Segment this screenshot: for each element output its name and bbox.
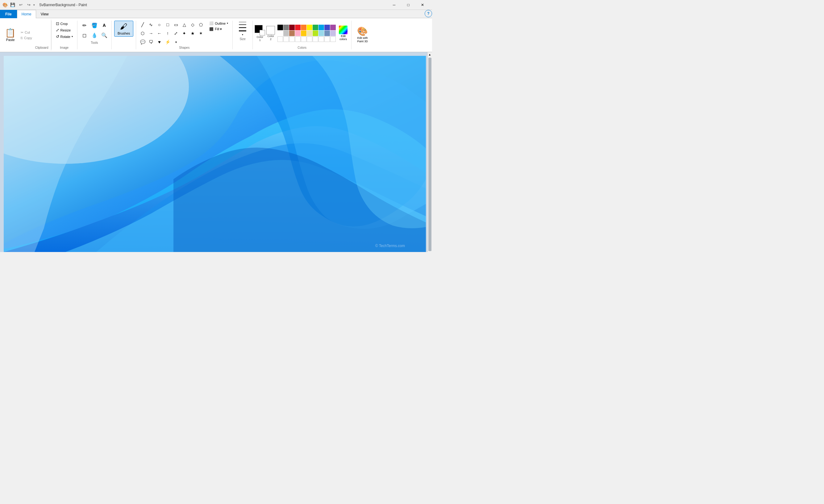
brushes-label: Brushes (118, 31, 130, 35)
close-button[interactable]: ✕ (415, 0, 430, 10)
shape-heart[interactable]: ♥ (155, 38, 163, 46)
shape-star4[interactable]: ✦ (180, 29, 188, 37)
custom-color-7[interactable] (313, 36, 318, 42)
color-gray[interactable] (283, 25, 289, 30)
color1-swatch[interactable] (254, 25, 265, 35)
brushes-button[interactable]: 🖌 Brushes (114, 21, 133, 37)
tab-home[interactable]: Home (17, 10, 36, 18)
shape-triangle[interactable]: △ (180, 21, 188, 29)
tab-file[interactable]: File (0, 10, 17, 18)
size-button[interactable]: ▾ (236, 21, 249, 37)
shape-callout1[interactable]: 💬 (138, 38, 146, 46)
eraser-tool[interactable]: ◻ (80, 30, 89, 40)
color-cream[interactable] (307, 30, 312, 36)
window-title: SvBannerBackground - Paint (39, 3, 87, 7)
shape-leftarrow[interactable]: ← (155, 29, 163, 37)
cut-label: Cut (25, 30, 30, 34)
custom-color-8[interactable] (318, 36, 324, 42)
fill-button[interactable]: ⬛ Fill ▾ (207, 26, 230, 32)
shape-star6[interactable]: ✶ (197, 29, 205, 37)
colorpicker-tool[interactable]: 💧 (90, 30, 99, 40)
color-lavender[interactable] (330, 30, 336, 36)
color-orange[interactable] (301, 25, 306, 30)
pencil-tool[interactable]: ✏ (80, 21, 89, 30)
maximize-button[interactable]: □ (401, 0, 415, 10)
color-steelblue[interactable] (324, 30, 330, 36)
redo-button[interactable]: ↪ (25, 2, 32, 8)
custom-color-2[interactable] (283, 36, 289, 42)
image-buttons: ⊡ Crop ⤢ Resize ↺ Rotate ▾ (54, 21, 75, 46)
custom-color-3[interactable] (289, 36, 295, 42)
shape-diamond[interactable]: ◇ (189, 21, 197, 29)
quick-access-toolbar: 💾 ↩ ↪ ▾ (9, 2, 35, 8)
fill-tool[interactable]: 🪣 (90, 21, 99, 30)
outline-label: Outline (215, 22, 226, 25)
shape-lightning[interactable]: ⚡ (164, 38, 172, 46)
color-purple[interactable] (330, 25, 336, 30)
tab-view[interactable]: View (36, 10, 54, 18)
app-icon: 🎨 (2, 2, 7, 7)
quick-access-dropdown[interactable]: ▾ (33, 3, 35, 6)
rotate-button[interactable]: ↺ Rotate ▾ (54, 34, 75, 39)
paint3d-button[interactable]: 🎨 Edit withPaint 3D (354, 26, 370, 44)
shape-line[interactable]: ╱ (138, 21, 146, 29)
canvas-area[interactable]: © TechTerms.com ▲ ▼ ◀ ▶ (0, 52, 432, 252)
color-red[interactable] (295, 25, 301, 30)
color-gold[interactable] (301, 30, 306, 36)
minimize-button[interactable]: ─ (387, 0, 401, 10)
vertical-scrollbar[interactable]: ▲ ▼ (427, 52, 432, 252)
paste-icon: 📋 (5, 29, 16, 37)
color-green[interactable] (313, 25, 318, 30)
brushes-section: 🖌 Brushes (112, 19, 136, 50)
shape-oval[interactable]: ○ (155, 21, 163, 29)
scroll-down-arrow[interactable]: ▼ (427, 252, 432, 252)
undo-button[interactable]: ↩ (17, 2, 24, 8)
crop-button[interactable]: ⊡ Crop (54, 21, 75, 26)
paste-button[interactable]: 📋 Paste (2, 21, 18, 49)
color-indigo[interactable] (324, 25, 330, 30)
color2-swatch[interactable] (266, 26, 275, 34)
scroll-up-arrow[interactable]: ▲ (427, 52, 432, 57)
paint3d-label: Edit withPaint 3D (357, 36, 368, 43)
shape-callout2[interactable]: 🗨 (147, 38, 155, 46)
color-white[interactable] (278, 30, 283, 36)
custom-color-5[interactable] (301, 36, 306, 42)
custom-color-4[interactable] (295, 36, 301, 42)
color-blue[interactable] (318, 25, 324, 30)
copy-button[interactable]: ⎘ Copy (19, 35, 33, 40)
shape-uparrow[interactable]: ↑ (164, 29, 172, 37)
custom-color-1[interactable] (278, 36, 283, 42)
rotate-dropdown-icon: ▾ (72, 35, 73, 38)
shape-hexagon[interactable]: ⬡ (138, 29, 146, 37)
custom-color-9[interactable] (324, 36, 330, 42)
color-palette (278, 25, 336, 42)
edit-colors-button[interactable]: Editcolors (337, 25, 349, 42)
paint-canvas[interactable]: © TechTerms.com (4, 56, 426, 252)
color-yellow[interactable] (307, 25, 312, 30)
shape-roundrect[interactable]: ▭ (172, 21, 180, 29)
shape-pentagon[interactable]: ⬠ (197, 21, 205, 29)
shape-fourarrow[interactable]: ⤢ (172, 29, 180, 37)
text-tool[interactable]: A (100, 21, 109, 30)
custom-color-6[interactable] (307, 36, 312, 42)
color-lightgray[interactable] (283, 30, 289, 36)
shape-star5[interactable]: ★ (189, 29, 197, 37)
color-brown[interactable] (289, 30, 295, 36)
cut-button[interactable]: ✂ Cut (19, 30, 33, 35)
shape-rect[interactable]: □ (164, 21, 172, 29)
resize-button[interactable]: ⤢ Resize (54, 27, 75, 33)
outline-button[interactable]: ⬜ Outline ▾ (207, 21, 230, 26)
help-button[interactable]: ? (425, 10, 432, 17)
save-button[interactable]: 💾 (9, 2, 16, 8)
color-darkred[interactable] (289, 25, 295, 30)
shape-more[interactable]: ▾ (172, 38, 180, 46)
color-skyblue[interactable] (318, 30, 324, 36)
shape-rightarrow[interactable]: → (147, 29, 155, 37)
color-pink[interactable] (295, 30, 301, 36)
color-lime[interactable] (313, 30, 318, 36)
magnify-tool[interactable]: 🔍 (100, 30, 109, 40)
color-black[interactable] (278, 25, 283, 30)
custom-color-10[interactable] (330, 36, 336, 42)
vertical-scroll-thumb[interactable] (428, 58, 431, 251)
shape-curve[interactable]: ∿ (147, 21, 155, 29)
